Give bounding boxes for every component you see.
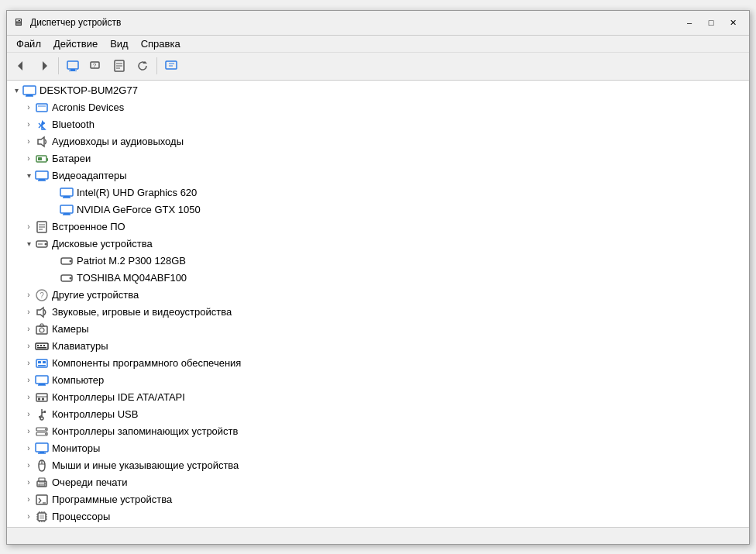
toggle-mice[interactable]: › xyxy=(22,459,35,472)
tree-item-components[interactable]: › Компоненты программного обеспечения xyxy=(7,355,749,372)
toggle-other[interactable]: › xyxy=(22,289,35,301)
toggle-print[interactable]: › xyxy=(22,477,35,489)
label-monitors: Мониторы xyxy=(52,442,100,454)
tree-item-patriot[interactable]: › Patriot M.2 P300 128GB xyxy=(7,253,749,270)
icon-sound xyxy=(35,305,49,319)
toggle-usb[interactable]: › xyxy=(22,408,35,421)
refresh-toolbar-button[interactable] xyxy=(132,55,153,77)
toggle-processors[interactable]: › xyxy=(22,511,35,523)
toggle-cameras[interactable]: › xyxy=(22,323,35,335)
toggle-keyboards[interactable]: › xyxy=(22,340,35,353)
tree-item-bluetooth[interactable]: › Bluetooth xyxy=(7,116,749,133)
tree-item-cameras[interactable]: › Камеры xyxy=(7,321,749,338)
label-toshiba: TOSHIBA MQ04ABF100 xyxy=(77,272,187,284)
toggle-acronis[interactable]: › xyxy=(22,102,35,114)
toggle-ide[interactable]: › xyxy=(22,391,35,404)
tree-item-monitors[interactable]: › Мониторы xyxy=(7,440,749,457)
props-toolbar-button[interactable] xyxy=(108,55,130,77)
tree-item-toshiba[interactable]: › TOSHIBA MQ04ABF100 xyxy=(7,270,749,287)
forward-button[interactable] xyxy=(33,55,55,77)
icon-cameras xyxy=(35,322,49,336)
icon-other: ? xyxy=(35,288,49,302)
label-intel-gpu: Intel(R) UHD Graphics 620 xyxy=(77,187,197,198)
tree-item-other[interactable]: › ? Другие устройства xyxy=(7,287,749,304)
minimize-button[interactable]: – xyxy=(679,14,699,31)
toggle-bluetooth[interactable]: › xyxy=(22,119,35,131)
svg-marker-1 xyxy=(43,61,47,71)
toggle-root[interactable]: ▾ xyxy=(10,84,22,97)
tree-item-batteries[interactable]: › Батареи xyxy=(7,150,749,167)
tree-item-audio[interactable]: › Аудиовходы и аудиовыходы xyxy=(7,133,749,150)
label-computer: Компьютер xyxy=(52,374,104,386)
tree-item-software-dev[interactable]: › Программные устройства xyxy=(7,491,749,508)
toggle-software-dev[interactable]: › xyxy=(22,494,35,506)
close-button[interactable]: ✕ xyxy=(723,14,743,31)
label-nvidia-gpu: NVIDIA GeForce GTX 1050 xyxy=(77,204,201,215)
toggle-components[interactable]: › xyxy=(22,357,35,370)
icon-video xyxy=(35,169,49,183)
show-computer-button[interactable] xyxy=(62,55,84,77)
tree-item-computer[interactable]: › Компьютер xyxy=(7,372,749,389)
svg-marker-51 xyxy=(40,324,44,326)
tree-item-nvidia-gpu[interactable]: › NVIDIA GeForce GTX 1050 xyxy=(7,201,749,219)
help-device-button[interactable]: ? xyxy=(85,55,107,77)
svg-rect-24 xyxy=(46,158,48,161)
svg-rect-78 xyxy=(36,443,48,452)
icon-intel-gpu xyxy=(60,186,74,200)
toggle-video[interactable]: ▾ xyxy=(22,170,35,182)
label-processors: Процессоры xyxy=(52,511,110,522)
menubar: Файл Действие Вид Справка xyxy=(7,36,749,53)
tree-item-usb[interactable]: › Контроллеры USB xyxy=(7,406,749,423)
svg-rect-2 xyxy=(67,61,78,69)
icon-bluetooth xyxy=(35,118,49,132)
toggle-batteries[interactable]: › xyxy=(22,153,35,165)
icon-patriot xyxy=(60,254,74,268)
tree-item-disks[interactable]: ▾ Дисковые устройства xyxy=(7,236,749,253)
icon-mice xyxy=(35,459,49,473)
icon-ide xyxy=(35,391,49,404)
label-audio: Аудиовходы и аудиовыходы xyxy=(52,136,184,147)
toggle-disks[interactable]: ▾ xyxy=(22,238,35,250)
icon-computer xyxy=(35,373,49,387)
tree-item-ide[interactable]: › Контроллеры IDE ATA/ATAPI xyxy=(7,389,749,406)
svg-rect-64 xyxy=(36,394,47,401)
menu-view[interactable]: Вид xyxy=(104,36,135,51)
tree-item-firmware[interactable]: › Встроенное ПО xyxy=(7,219,749,236)
toggle-firmware[interactable]: › xyxy=(22,221,35,233)
back-button[interactable] xyxy=(10,55,32,77)
svg-line-88 xyxy=(39,498,41,501)
menu-help[interactable]: Справка xyxy=(135,36,187,51)
icon-firmware xyxy=(35,220,49,234)
menu-action[interactable]: Действие xyxy=(47,36,104,51)
maximize-button[interactable]: □ xyxy=(701,14,721,31)
device-tree[interactable]: ▾ DESKTOP-BUM2G77 › xyxy=(7,81,749,527)
svg-rect-54 xyxy=(40,345,42,346)
icon-disks xyxy=(35,237,49,251)
svg-text:?: ? xyxy=(40,291,44,300)
tree-item-print[interactable]: › Очереди печати xyxy=(7,474,749,491)
toggle-sound[interactable]: › xyxy=(22,306,35,318)
tree-item-storage[interactable]: › Контроллеры запоминающих устройств xyxy=(7,423,749,440)
tree-item-video[interactable]: ▾ Видеоадаптеры xyxy=(7,167,749,184)
label-acronis: Acronis Devices xyxy=(52,102,124,113)
label-components: Компоненты программного обеспечения xyxy=(52,357,241,369)
svg-marker-48 xyxy=(37,308,43,317)
tree-item-keyboards[interactable]: › Клавиатуры xyxy=(7,338,749,355)
tree-item-intel-gpu[interactable]: › Intel(R) UHD Graphics 620 xyxy=(7,184,749,201)
svg-rect-73 xyxy=(39,416,40,418)
toggle-storage[interactable]: › xyxy=(22,425,35,438)
svg-rect-29 xyxy=(60,188,73,196)
tree-item-sound[interactable]: › Звуковые, игровые и видеоустройства xyxy=(7,304,749,321)
toggle-computer[interactable]: › xyxy=(22,374,35,387)
tree-item-mice[interactable]: › Мыши и иные указывающие устройства xyxy=(7,457,749,474)
menu-file[interactable]: Файл xyxy=(10,36,47,51)
tree-item-processors[interactable]: › xyxy=(7,508,749,525)
tree-item-root[interactable]: ▾ DESKTOP-BUM2G77 xyxy=(7,82,749,99)
toggle-monitors[interactable]: › xyxy=(22,442,35,455)
svg-rect-66 xyxy=(38,397,40,400)
svg-point-77 xyxy=(45,433,46,435)
tree-item-acronis[interactable]: › Acronis Devices xyxy=(7,99,749,116)
toggle-audio[interactable]: › xyxy=(22,136,35,148)
show-view-button[interactable] xyxy=(160,55,182,77)
toolbar-sep-1 xyxy=(58,57,59,74)
